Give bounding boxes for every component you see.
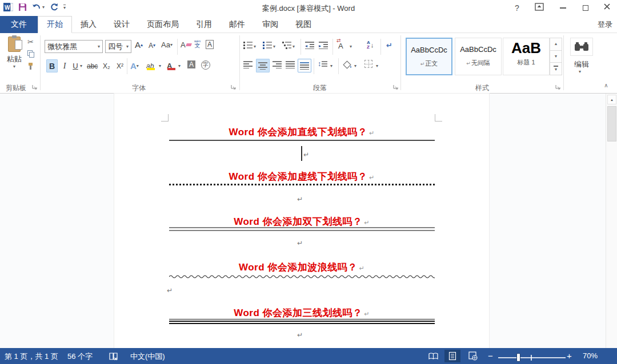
strikethrough-button[interactable]: abc	[87, 59, 98, 72]
asian-layout-dropdown-icon[interactable]: ▾	[350, 45, 352, 49]
vertical-scrollbar[interactable]: ▴	[606, 94, 617, 348]
zoom-level[interactable]: 70%	[583, 351, 598, 360]
paste-dropdown-icon[interactable]: ▾	[13, 64, 15, 69]
numbering-button[interactable]	[263, 41, 273, 49]
copy-icon[interactable]	[27, 50, 34, 58]
paragraph-dialog-launcher-icon[interactable]	[393, 84, 399, 90]
undo-dropdown-icon[interactable]: ▾	[42, 5, 45, 10]
align-center-button[interactable]	[256, 59, 270, 72]
text-highlight-button[interactable]: ab	[146, 59, 154, 72]
show-marks-button[interactable]: ↵	[386, 41, 392, 50]
font-size-dropdown-icon[interactable]: ▾	[126, 45, 129, 49]
editing-dropdown-icon[interactable]: ▾	[579, 70, 581, 74]
tab-file[interactable]: 文件	[0, 16, 38, 33]
page-indicator[interactable]: 第 1 页，共 1 页	[5, 351, 58, 362]
underline-dropdown-icon[interactable]: ▾	[80, 64, 82, 68]
word-count[interactable]: 56 个字	[67, 351, 93, 362]
print-layout-button[interactable]	[444, 350, 460, 362]
style-card-heading1[interactable]: AaB 标题 1	[503, 38, 550, 75]
undo-button[interactable]: ▾	[32, 3, 45, 11]
minimize-button[interactable]	[558, 3, 568, 13]
tab-insert[interactable]: 插入	[72, 16, 105, 33]
tab-mailings[interactable]: 邮件	[221, 16, 254, 33]
justify-button[interactable]	[286, 60, 295, 68]
character-shading-button[interactable]: A	[187, 60, 195, 68]
align-right-button[interactable]	[272, 60, 282, 68]
web-layout-button[interactable]	[465, 350, 481, 362]
tab-references[interactable]: 引用	[187, 16, 221, 33]
clipboard-dialog-launcher-icon[interactable]	[32, 84, 38, 90]
cut-icon[interactable]: ✂	[27, 38, 34, 46]
zoom-out-icon[interactable]: −	[488, 351, 493, 361]
format-painter-icon[interactable]	[27, 63, 34, 70]
sign-in-link[interactable]: 登录	[598, 16, 612, 33]
character-border-button[interactable]: A	[206, 40, 214, 49]
styles-scroll-up-icon[interactable]: ▴	[550, 38, 562, 51]
zoom-slider-handle[interactable]	[516, 353, 520, 362]
asian-layout-button[interactable]: A⇄	[338, 42, 343, 50]
zoom-slider-track[interactable]	[498, 357, 566, 358]
font-size-combo[interactable]: 四号 ▾	[105, 40, 131, 53]
shrink-font-button[interactable]: A▾	[149, 42, 155, 50]
bold-button[interactable]: B	[46, 59, 58, 72]
scrollbar-thumb[interactable]	[607, 106, 616, 141]
maximize-button[interactable]	[580, 3, 591, 13]
subscript-button[interactable]: X₂	[103, 59, 110, 72]
text-effects-button[interactable]: A▾	[130, 59, 139, 72]
bullets-button[interactable]	[243, 41, 253, 49]
styles-dialog-launcher-icon[interactable]	[555, 84, 561, 90]
close-button[interactable]	[603, 3, 614, 13]
tab-page-layout[interactable]: 页面布局	[138, 16, 187, 33]
style-card-no-spacing[interactable]: AaBbCcDc ↵无间隔	[455, 38, 502, 75]
font-name-dropdown-icon[interactable]: ▾	[98, 45, 100, 49]
italic-button[interactable]: I	[60, 59, 69, 72]
customize-qat-icon[interactable]: ▾	[63, 5, 66, 10]
line-spacing-dropdown-icon[interactable]: ▾	[330, 64, 332, 68]
change-case-button[interactable]: Aa▾	[161, 41, 173, 49]
tab-view[interactable]: 视图	[287, 16, 320, 33]
grow-font-button[interactable]: A▴	[135, 40, 143, 50]
highlight-dropdown-icon[interactable]: ▾	[159, 64, 161, 68]
heading-solid-underline[interactable]: Word 你会添加直线下划线吗？↵	[114, 126, 489, 139]
shading-dropdown-icon[interactable]: ▾	[354, 64, 356, 68]
align-left-button[interactable]	[243, 60, 253, 68]
borders-dropdown-icon[interactable]: ▾	[376, 64, 378, 68]
language-indicator[interactable]: 中文(中国)	[130, 351, 165, 362]
multilevel-dropdown-icon[interactable]: ▾	[293, 45, 295, 49]
editing-button[interactable]	[570, 38, 593, 56]
bullets-dropdown-icon[interactable]: ▾	[254, 45, 256, 49]
tab-design[interactable]: 设计	[105, 16, 138, 33]
multilevel-list-button[interactable]	[282, 41, 292, 49]
borders-button[interactable]	[364, 60, 372, 68]
clear-formatting-button[interactable]: A	[181, 41, 191, 49]
read-mode-button[interactable]	[425, 350, 441, 362]
shading-bucket-icon[interactable]	[343, 60, 352, 70]
font-color-button[interactable]: A	[167, 59, 172, 72]
zoom-in-icon[interactable]: +	[567, 351, 572, 361]
styles-more-icon[interactable]: ▾	[550, 63, 562, 75]
tab-review[interactable]: 审阅	[254, 16, 287, 33]
heading-triple-underline[interactable]: Word 你会添加三线划线吗？↵	[114, 306, 489, 319]
paste-button[interactable]: 粘贴 ▾	[3, 37, 26, 80]
scroll-up-icon[interactable]: ▴	[607, 95, 616, 104]
help-icon[interactable]: ?	[512, 3, 522, 13]
heading-double-underline[interactable]: Word 你会添加双下划线吗？↵	[114, 215, 489, 228]
decrease-indent-button[interactable]: ◂	[305, 41, 315, 49]
save-icon[interactable]	[18, 3, 27, 11]
tab-home[interactable]: 开始	[38, 16, 72, 33]
increase-indent-button[interactable]: ▸	[319, 41, 328, 49]
styles-scroll-down-icon[interactable]: ▾	[550, 51, 562, 63]
line-spacing-button[interactable]: ↕	[318, 60, 327, 68]
font-color-dropdown-icon[interactable]: ▾	[178, 64, 181, 68]
sort-button[interactable]: AZ↓	[367, 41, 374, 50]
font-name-combo[interactable]: 微软雅黑 ▾	[45, 40, 103, 53]
underline-button[interactable]: U	[71, 59, 80, 72]
collapse-ribbon-icon[interactable]: ∧	[601, 81, 611, 89]
distribute-button[interactable]	[298, 59, 311, 72]
redo-icon[interactable]	[50, 3, 58, 11]
proofing-icon[interactable]	[109, 352, 119, 361]
phonetic-guide-button[interactable]: wén文	[194, 39, 201, 48]
enclose-characters-button[interactable]: 字	[201, 60, 210, 70]
ribbon-display-options-icon[interactable]	[535, 3, 545, 13]
style-card-normal[interactable]: AaBbCcDc ↵正文	[406, 38, 452, 75]
